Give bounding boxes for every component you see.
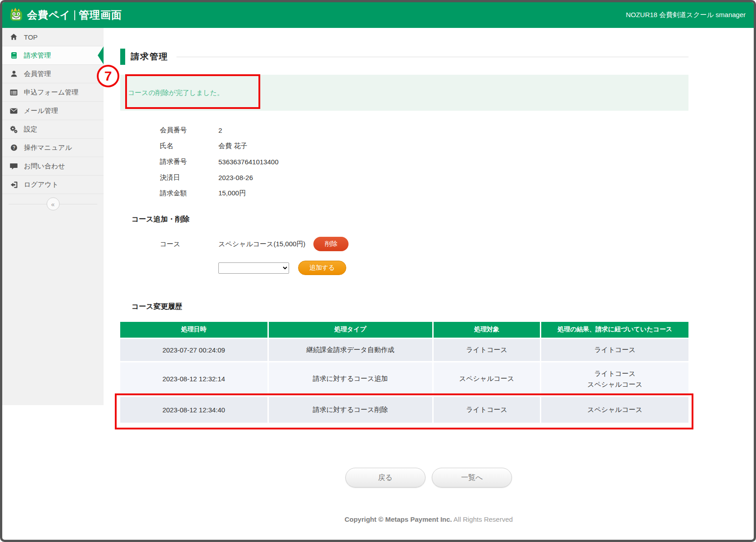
sidebar-item-forms[interactable]: 申込フォーム管理 <box>2 83 104 102</box>
table-header-row: 処理日時 処理タイプ 処理対象 処理の結果、請求に紐づいていたコース <box>120 322 688 338</box>
detail-value: 会費 花子 <box>218 142 247 150</box>
cell-result: ライトコース スペシャルコース <box>541 361 688 396</box>
title-accent-bar <box>120 49 125 65</box>
add-course-row: 追加する <box>120 261 688 275</box>
cell-datetime: 2023-08-12 12:32:14 <box>120 361 268 396</box>
cell-datetime: 2023-07-27 00:24:09 <box>120 338 268 361</box>
detail-value: 2023-08-26 <box>218 174 253 181</box>
detail-label: 請求番号 <box>160 158 218 166</box>
detail-label: 決済日 <box>160 173 218 182</box>
current-course-name: スペシャルコース(15,000円) <box>218 240 305 248</box>
sidebar-item-settings[interactable]: 設定 <box>2 120 104 139</box>
book-icon <box>9 52 18 59</box>
copyright-company: Copyright © Metaps Payment Inc. <box>344 515 452 523</box>
detail-row-payment-date: 決済日 2023-08-26 <box>120 170 688 185</box>
sidebar-item-label: 操作マニュアル <box>24 144 72 152</box>
sidebar: TOP 請求管理 会員管理 <box>2 28 104 405</box>
cell-result: ライトコース <box>541 338 688 361</box>
course-history-table: 処理日時 処理タイプ 処理対象 処理の結果、請求に紐づいていたコース 2023-… <box>120 322 688 423</box>
course-label: コース <box>160 240 218 248</box>
sidebar-collapse-row: « <box>2 194 104 214</box>
result-line: ライトコース <box>544 368 686 379</box>
current-course-row: コース スペシャルコース(15,000円) 削除 <box>120 237 688 251</box>
copyright-rights: All Rights Reserved <box>452 515 513 523</box>
cell-datetime: 2023-08-12 12:34:40 <box>120 396 268 423</box>
table-row-highlighted: 2023-08-12 12:34:40 請求に対するコース削除 ライトコース ス… <box>120 396 688 423</box>
copyright: Copyright © Metaps Payment Inc. All Righ… <box>104 515 754 523</box>
sidebar-item-label: 請求管理 <box>24 51 51 60</box>
form-icon <box>9 89 18 96</box>
result-line: スペシャルコース <box>544 379 686 390</box>
sidebar-collapse-button[interactable]: « <box>46 198 59 211</box>
column-header-result: 処理の結果、請求に紐づいていたコース <box>541 322 688 338</box>
mail-icon <box>9 107 18 115</box>
admin-window: 会費ペイ 管理画面 NOZUR18 会費剣道スクール smanager TOP <box>0 0 756 542</box>
success-message-banner: コースの削除が完了しました。 <box>120 75 688 111</box>
footer-buttons: 戻る 一覧へ <box>104 468 754 488</box>
sidebar-item-label: お問い合わせ <box>24 162 65 171</box>
detail-row-billing-amount: 請求金額 15,000円 <box>120 185 688 201</box>
sidebar-item-mail[interactable]: メール管理 <box>2 102 104 120</box>
cell-type: 請求に対するコース削除 <box>268 396 433 423</box>
page-title-row: 請求管理 <box>120 49 688 65</box>
delete-course-button[interactable]: 削除 <box>313 237 349 251</box>
brand: 会費ペイ 管理画面 <box>9 7 122 23</box>
column-header-target: 処理対象 <box>433 322 541 338</box>
column-header-type: 処理タイプ <box>268 322 433 338</box>
detail-row-name: 氏名 会費 花子 <box>120 138 688 154</box>
cell-result: スペシャルコース <box>541 396 688 423</box>
main-content: 請求管理 コースの削除が完了しました。 会員番号 2 氏名 会費 花子 <box>104 28 754 523</box>
table-row: 2023-08-12 12:32:14 請求に対するコース追加 スペシャルコース… <box>120 361 688 396</box>
course-section-heading: コース追加・削除 <box>120 215 688 224</box>
detail-label: 請求金額 <box>160 189 218 198</box>
add-course-button[interactable]: 追加する <box>298 261 346 275</box>
course-select[interactable] <box>218 262 289 274</box>
account-info: NOZUR18 会費剣道スクール smanager <box>626 11 746 19</box>
detail-row-invoice-number: 請求番号 5363637641013400 <box>120 154 688 170</box>
sidebar-item-top[interactable]: TOP <box>2 28 104 46</box>
cell-type: 継続課金請求データ自動作成 <box>268 338 433 361</box>
home-icon <box>9 33 18 41</box>
sidebar-item-logout[interactable]: ログアウト <box>2 176 104 194</box>
app-section-text: 管理画面 <box>79 8 122 22</box>
back-button[interactable]: 戻る <box>345 468 426 488</box>
title-rule <box>177 57 688 57</box>
sidebar-item-members[interactable]: 会員管理 <box>2 65 104 83</box>
detail-value: 15,000円 <box>218 189 246 198</box>
sidebar-item-label: 設定 <box>24 125 37 134</box>
sidebar-item-contact[interactable]: お問い合わせ <box>2 157 104 176</box>
sidebar-item-billing[interactable]: 請求管理 <box>2 46 104 65</box>
table-row: 2023-07-27 00:24:09 継続課金請求データ自動作成 ライトコース… <box>120 338 688 361</box>
sidebar-item-label: ログアウト <box>24 181 59 189</box>
sidebar-item-label: 申込フォーム管理 <box>24 88 78 97</box>
sidebar-item-label: TOP <box>24 33 38 41</box>
sidebar-item-manual[interactable]: ? 操作マニュアル <box>2 139 104 157</box>
column-header-datetime: 処理日時 <box>120 322 268 338</box>
sidebar-item-label: メール管理 <box>24 107 58 115</box>
page-title: 請求管理 <box>131 51 168 63</box>
detail-label: 会員番号 <box>160 126 218 135</box>
question-icon: ? <box>9 144 18 152</box>
user-icon <box>9 70 18 78</box>
mascot-logo-icon <box>9 7 24 23</box>
sidebar-item-label: 会員管理 <box>24 70 51 78</box>
comment-icon <box>9 163 18 170</box>
cell-target: ライトコース <box>433 338 541 361</box>
detail-row-member-number: 会員番号 2 <box>120 122 688 138</box>
gear-icon <box>9 126 18 133</box>
svg-text:?: ? <box>12 145 15 150</box>
app-brand-text: 会費ペイ <box>27 8 71 22</box>
history-section-heading: コース変更履歴 <box>120 302 688 312</box>
cell-target: スペシャルコース <box>433 361 541 396</box>
cell-target: ライトコース <box>433 396 541 423</box>
detail-value: 2 <box>218 126 222 134</box>
logout-icon <box>9 181 18 189</box>
detail-label: 氏名 <box>160 142 218 150</box>
top-header-bar: 会費ペイ 管理画面 NOZUR18 会費剣道スクール smanager <box>2 2 754 28</box>
success-message-text: コースの削除が完了しました。 <box>120 89 224 97</box>
to-list-button[interactable]: 一覧へ <box>432 468 512 488</box>
cell-type: 請求に対するコース追加 <box>268 361 433 396</box>
title-divider <box>74 10 75 20</box>
app-title: 会費ペイ 管理画面 <box>27 8 122 22</box>
member-details: 会員番号 2 氏名 会費 花子 請求番号 5363637641013400 決済… <box>120 122 688 201</box>
